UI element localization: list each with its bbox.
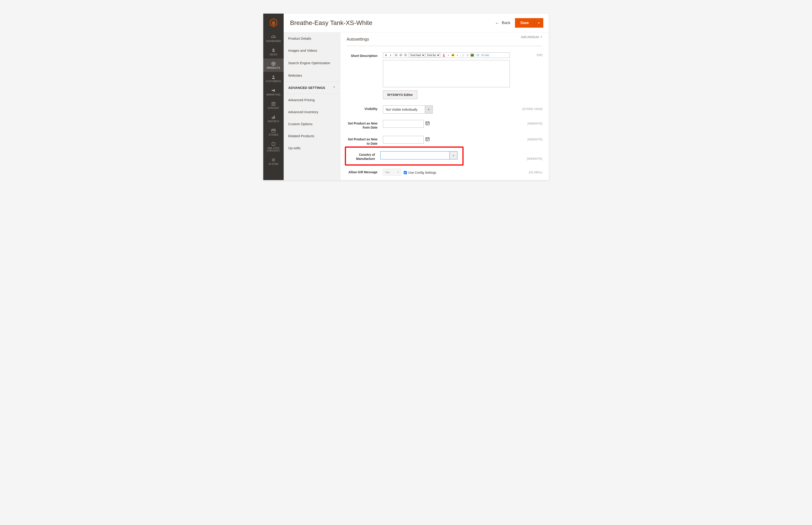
back-button[interactable]: ← Back <box>495 20 511 26</box>
country-label: Country of Manufacture <box>346 151 380 161</box>
scope-fragment: EW] <box>536 52 542 57</box>
bars-icon <box>271 115 276 119</box>
wysiwyg-toolbar: B I Font Family Font Size A <box>383 52 510 58</box>
new-to-date-input[interactable] <box>383 136 424 144</box>
nav-label: CUSTOMERS <box>266 80 281 82</box>
svg-rect-52 <box>427 140 428 140</box>
new-from-date-input[interactable] <box>383 120 424 128</box>
nav-content[interactable]: CONTENT <box>263 99 284 112</box>
nav-label: SYSTEM <box>269 163 279 165</box>
wysiwyg-container: B I Font Family Font Size A <box>383 52 510 99</box>
separator <box>408 53 408 57</box>
advanced-settings-heading[interactable]: ADVANCED SETTINGS ⌃ <box>284 81 340 94</box>
nav-label: CONTENT <box>268 107 279 109</box>
number-list-icon[interactable]: 123 <box>480 53 484 57</box>
font-size-select[interactable]: Font Size <box>426 53 440 57</box>
nav-reports[interactable]: REPORTS <box>263 112 284 125</box>
svg-rect-49 <box>427 139 428 139</box>
italic-icon[interactable]: I <box>389 53 393 57</box>
svg-rect-51 <box>426 140 427 140</box>
nav-one-step-checkout[interactable]: ONE STEP CHECKOUT <box>263 139 284 155</box>
row-country-of-manufacture: Country of Manufacture ▲ <box>346 151 457 161</box>
nav-stores[interactable]: STORES <box>263 125 284 139</box>
separator <box>441 53 441 57</box>
use-config-checkbox[interactable] <box>404 171 407 174</box>
nav-dashboard[interactable]: DASHBOARD <box>263 32 284 45</box>
new-to-label: Set Product as New to Date <box>347 136 383 145</box>
nav-label: MARKETING <box>266 93 280 96</box>
use-config-label: Use Config Settings <box>408 171 436 175</box>
bg-color-dropdown-icon[interactable]: ▼ <box>455 53 459 57</box>
use-config-wrapper: Use Config Settings <box>404 170 436 175</box>
tab-product-details[interactable]: Product Details <box>284 32 340 44</box>
tab-images-videos[interactable]: Images and Videos <box>284 44 340 57</box>
nav-sales[interactable]: $ SALES <box>263 45 284 59</box>
font-family-select[interactable]: Font Family <box>409 53 425 57</box>
chevron-down-icon: ▼ <box>396 169 401 175</box>
megaphone-icon <box>271 88 276 92</box>
bullet-list-icon[interactable] <box>476 53 480 57</box>
chevron-down-icon: ▼ <box>425 106 433 114</box>
highlight-box: Country of Manufacture ▲ <box>345 147 464 166</box>
add-attribute-link[interactable]: Add Attribute ▼ <box>521 35 542 39</box>
save-button[interactable]: Save <box>515 18 534 28</box>
add-attribute-label: Add Attribute <box>521 35 539 39</box>
main-column: Breathe-Easy Tank-XS-White ← Back Save ▼… <box>284 14 549 180</box>
short-description-editor[interactable] <box>383 60 510 87</box>
app-frame: DASHBOARD $ SALES PRODUCTS CUSTOMERS MAR… <box>263 14 549 180</box>
nav-products[interactable]: PRODUCTS <box>263 59 284 72</box>
image-icon[interactable] <box>470 53 474 57</box>
visibility-label: Visibility <box>347 105 383 111</box>
row-new-to-date: Set Product as New to Date [WEBSITE] <box>347 136 542 145</box>
text-color-icon[interactable]: A <box>442 53 446 57</box>
tab-advanced-inventory[interactable]: Advanced Inventory <box>284 106 340 118</box>
tab-custom-options[interactable]: Custom Options <box>284 118 340 130</box>
calendar-icon[interactable] <box>425 136 430 142</box>
magento-logo[interactable] <box>263 14 284 32</box>
svg-rect-6 <box>273 116 274 119</box>
svg-rect-40 <box>427 123 428 124</box>
html-icon[interactable]: HTML <box>485 53 489 57</box>
svg-rect-42 <box>426 124 427 124</box>
align-left-icon[interactable] <box>394 53 398 57</box>
align-right-icon[interactable] <box>403 53 407 57</box>
svg-text:3: 3 <box>481 55 482 56</box>
row-new-from-date: Set Product as New from Date [WEBSITE] <box>347 120 542 130</box>
save-button-group: Save ▼ <box>515 18 543 28</box>
nav-customers[interactable]: CUSTOMERS <box>263 72 284 85</box>
triangle-down-icon: ▼ <box>540 36 542 38</box>
bold-icon[interactable]: B <box>384 53 388 57</box>
calendar-icon[interactable] <box>425 120 430 126</box>
unlink-icon[interactable]: ⛓ <box>466 53 470 57</box>
tab-websites[interactable]: Websites <box>284 70 340 81</box>
gift-field: Yes ▼ Use Config Settings <box>383 169 515 176</box>
nav-marketing[interactable]: MARKETING <box>263 85 284 99</box>
nav-system[interactable]: SYSTEM <box>263 155 284 168</box>
scope-store-view: [STORE VIEW] <box>515 105 542 111</box>
tab-advanced-pricing[interactable]: Advanced Pricing <box>284 94 340 106</box>
product-tabs-sidebar: Product Details Images and Videos Search… <box>284 32 340 180</box>
align-center-icon[interactable] <box>399 53 403 57</box>
visibility-select[interactable]: Not Visible Individually ▼ <box>383 105 433 114</box>
text-color-dropdown-icon[interactable]: ▼ <box>446 53 450 57</box>
svg-rect-41 <box>428 123 429 124</box>
gift-label: Allow Gift Message <box>347 169 383 174</box>
tab-up-sells[interactable]: Up-sells <box>284 142 340 154</box>
scope-global: [GLOBAL] <box>515 169 542 174</box>
tab-related-products[interactable]: Related Products <box>284 130 340 142</box>
bg-color-icon[interactable]: ab <box>451 53 455 57</box>
wysiwyg-editor-button[interactable]: WYSIWYG Editor <box>383 90 417 99</box>
page-icon <box>271 102 276 106</box>
new-to-field <box>383 136 515 144</box>
nav-label: PRODUCTS <box>267 67 280 69</box>
section-title: Autosettings <box>347 37 542 46</box>
svg-rect-48 <box>426 139 427 139</box>
scope-website: [WEBSITE] <box>527 155 542 160</box>
tab-seo[interactable]: Search Engine Optimization <box>284 57 340 70</box>
content-panel: Add Attribute ▼ Autosettings Short Descr… <box>340 32 549 180</box>
gift-select[interactable]: Yes ▼ <box>383 169 401 176</box>
country-select[interactable]: ▲ <box>380 151 457 160</box>
save-dropdown-toggle[interactable]: ▼ <box>534 18 543 28</box>
scope-website: [WEBSITE] <box>515 136 542 141</box>
link-icon[interactable]: 🔗 <box>461 53 465 57</box>
